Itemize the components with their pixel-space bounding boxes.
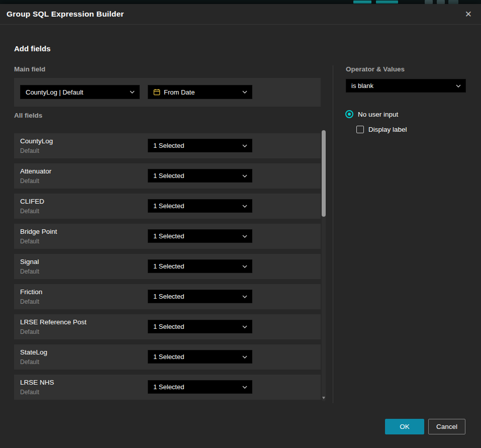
all-fields-label: All fields (14, 112, 42, 119)
display-label-label: Display label (368, 126, 407, 133)
main-field-date-dropdown[interactable]: From Date (148, 85, 252, 99)
field-selected-value: 1 Selected (153, 353, 238, 361)
field-row: Attenuator Default 1 Selected (14, 163, 321, 189)
chevron-down-icon (130, 91, 135, 94)
scrollbar-thumb[interactable] (322, 130, 326, 217)
chevron-down-icon (242, 265, 247, 268)
main-field-source-value: CountyLog | Default (26, 88, 126, 96)
scrollbar-track[interactable] (322, 130, 326, 401)
field-selected-value: 1 Selected (153, 262, 238, 270)
field-selected-dropdown[interactable]: 1 Selected (148, 259, 252, 273)
field-name: Friction (20, 288, 42, 296)
field-subtitle: Default (20, 208, 39, 215)
background-teal-tab (376, 1, 398, 4)
page-title: Group SQL Expression Builder (7, 10, 124, 19)
field-selected-value: 1 Selected (153, 293, 238, 300)
field-selected-dropdown[interactable]: 1 Selected (148, 229, 252, 243)
scrollbar-down-arrow[interactable] (322, 397, 325, 399)
chevron-down-icon (242, 325, 247, 328)
field-row: StateLog Default 1 Selected (14, 344, 321, 370)
chevron-down-icon (242, 386, 247, 389)
no-user-input-label: No user input (358, 111, 398, 118)
display-label-checkbox[interactable]: Display label (356, 126, 407, 133)
field-subtitle: Default (20, 328, 39, 335)
ok-button[interactable]: OK (385, 419, 424, 434)
field-selected-value: 1 Selected (153, 383, 238, 391)
operator-dropdown[interactable]: is blank (346, 79, 466, 93)
field-selected-value: 1 Selected (153, 142, 238, 149)
dialog-group-sql-expression-builder: Group SQL Expression Builder ✕ Add field… (0, 4, 481, 448)
field-selected-dropdown[interactable]: 1 Selected (148, 320, 252, 333)
field-subtitle: Default (20, 147, 39, 154)
radio-selected-icon (345, 110, 353, 118)
field-selected-dropdown[interactable]: 1 Selected (148, 350, 252, 364)
background-teal-tab (353, 1, 371, 4)
field-row: Bridge Point Default 1 Selected (14, 224, 321, 249)
main-field-label: Main field (14, 65, 45, 73)
field-row: Friction Default 1 Selected (14, 284, 321, 309)
field-selected-value: 1 Selected (153, 202, 238, 210)
no-user-input-radio[interactable]: No user input (345, 110, 398, 118)
field-name: Signal (20, 258, 39, 265)
background-toolbar-icon (425, 0, 433, 4)
close-icon[interactable]: ✕ (463, 8, 474, 21)
chevron-down-icon (242, 205, 247, 208)
operator-value: is blank (351, 82, 452, 89)
main-field-source-dropdown[interactable]: CountyLog | Default (20, 85, 140, 99)
background-toolbar-icon (448, 0, 458, 4)
chevron-down-icon (242, 144, 247, 147)
field-selected-value: 1 Selected (153, 172, 238, 180)
chevron-down-icon (242, 174, 247, 177)
main-field-panel: CountyLog | Default From Date (14, 78, 321, 107)
field-name: Bridge Point (20, 228, 57, 235)
dialog-header: Group SQL Expression Builder ✕ (0, 4, 481, 25)
field-selected-dropdown[interactable]: 1 Selected (148, 169, 252, 183)
checkbox-unchecked-icon (356, 126, 364, 133)
main-field-date-value: From Date (164, 88, 238, 96)
operator-values-heading: Operator & Values (346, 65, 405, 73)
chevron-down-icon (242, 235, 247, 238)
field-selected-dropdown[interactable]: 1 Selected (148, 290, 252, 303)
cancel-button[interactable]: Cancel (428, 419, 465, 434)
field-row: LRSE NHS Default 1 Selected (14, 375, 321, 400)
field-name: Attenuator (20, 167, 51, 175)
screen: Group SQL Expression Builder ✕ Add field… (0, 0, 481, 448)
field-subtitle: Default (20, 359, 39, 366)
field-selected-dropdown[interactable]: 1 Selected (148, 139, 252, 152)
field-row: LRSE Reference Post Default 1 Selected (14, 314, 321, 339)
field-row: CountyLog Default 1 Selected (14, 133, 321, 158)
all-fields-list: CountyLog Default 1 Selected Attenuator … (14, 133, 321, 405)
field-name: LRSE NHS (20, 379, 54, 386)
field-subtitle: Default (20, 177, 39, 185)
field-row: Signal Default 1 Selected (14, 254, 321, 279)
vertical-divider (333, 65, 333, 403)
field-name: LRSE Reference Post (20, 318, 86, 326)
field-selected-dropdown[interactable]: 1 Selected (148, 380, 252, 394)
background-app-strip (0, 0, 481, 4)
calendar-icon (153, 88, 160, 96)
chevron-down-icon (242, 355, 247, 359)
field-row: CLIFED Default 1 Selected (14, 194, 321, 219)
field-selected-value: 1 Selected (153, 323, 238, 330)
field-name: StateLog (20, 348, 47, 356)
chevron-down-icon (242, 295, 247, 298)
field-subtitle: Default (20, 298, 39, 305)
field-selected-value: 1 Selected (153, 232, 238, 240)
field-subtitle: Default (20, 238, 39, 245)
field-subtitle: Default (20, 268, 39, 275)
field-name: CountyLog (20, 137, 53, 145)
background-toolbar-icon (437, 0, 445, 4)
field-selected-dropdown[interactable]: 1 Selected (148, 199, 252, 213)
add-fields-heading: Add fields (14, 44, 51, 53)
chevron-down-icon (242, 91, 247, 94)
field-name: CLIFED (20, 198, 44, 205)
chevron-down-icon (456, 84, 461, 87)
field-subtitle: Default (20, 389, 39, 396)
